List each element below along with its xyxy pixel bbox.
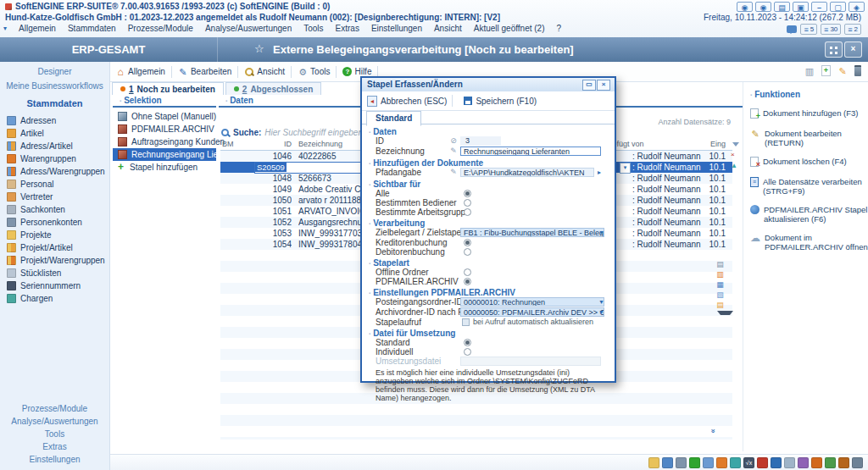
toolbar-button[interactable]: Allgemein xyxy=(115,67,165,77)
table-tool-icon[interactable] xyxy=(715,290,725,299)
expand-button[interactable] xyxy=(825,41,843,58)
sidebar-item[interactable]: Adress/Warengruppen xyxy=(0,165,109,178)
sidebar-item[interactable]: Chargen xyxy=(0,292,109,305)
sidebar-item[interactable]: Stücklisten xyxy=(0,267,109,279)
posteingang-dropdown[interactable]: 00000010: Rechnungen xyxy=(460,297,604,307)
zielstapel-dropdown[interactable]: FB1 : Fibu-Buchungsstapel BELE - Belegei… xyxy=(460,228,604,237)
toolbar-button[interactable]: Tools xyxy=(298,67,330,77)
sidebar-item[interactable]: Vertreter xyxy=(0,191,109,203)
table-tool-icon[interactable] xyxy=(715,260,725,268)
sidebar-item[interactable]: Artikel xyxy=(0,127,109,140)
tab-abgeschlossen[interactable]: 2 Abgeschlossen xyxy=(225,82,321,95)
status-icon[interactable] xyxy=(784,457,795,468)
sidebar-item-designer[interactable]: Designer xyxy=(0,67,109,76)
table-tool-icon[interactable] xyxy=(717,311,733,323)
sidebar-item[interactable]: Projekt/Warengruppen xyxy=(0,254,109,267)
sidebar-bottom-link[interactable]: Analyse/Auswertungen xyxy=(0,415,109,428)
funktion-item[interactable]: Dokument löschen (F4) xyxy=(750,153,868,168)
menu-item[interactable]: Tools xyxy=(303,24,323,33)
dialog-minimize-button[interactable]: ▭ xyxy=(582,80,596,91)
row-dropdown-icon[interactable]: ▾ xyxy=(620,163,631,174)
sidebar-item-workflows[interactable]: Meine Businessworkflows xyxy=(0,81,109,91)
table-tool-icon[interactable] xyxy=(715,270,725,279)
sidebar-item[interactable]: Personenkonten xyxy=(0,216,109,229)
cancel-button[interactable]: Abbrechen (ESC) xyxy=(367,96,447,107)
dialog-close-button[interactable]: × xyxy=(597,80,610,91)
tree-item[interactable]: Ohne Stapel (Manuell) xyxy=(113,110,216,123)
notification-badge[interactable]: 30 xyxy=(821,24,841,35)
menu-item[interactable]: Extras xyxy=(336,24,359,33)
browse-arrow-icon[interactable]: ▸ xyxy=(598,168,601,177)
inline-edit-input[interactable]: S20509 xyxy=(254,162,364,174)
menu-expand-icon[interactable]: ▾ xyxy=(3,25,7,32)
filter-icon[interactable] xyxy=(732,142,739,147)
toolbar-button[interactable]: Bearbeiten xyxy=(178,67,231,77)
scroll-down-icon[interactable]: « xyxy=(709,429,717,433)
toolbar-action-icon[interactable] xyxy=(837,66,848,76)
funktion-item[interactable]: Dokument im PDFMAILER.ARCHIV öffnen xyxy=(750,229,868,252)
status-icon[interactable] xyxy=(743,457,754,468)
radio-button[interactable] xyxy=(464,199,471,207)
funktion-item[interactable]: Alle Datensätze verarbeiten (STRG+F9) xyxy=(750,174,868,196)
table-tool-icon[interactable] xyxy=(715,301,725,309)
archivordner-dropdown[interactable]: 00000050: PDFMAILER.Archiv DEV >> Gebuch… xyxy=(460,307,604,317)
sidebar-bottom-link[interactable]: Prozesse/Module xyxy=(0,402,109,415)
sidebar-item[interactable]: Seriennummern xyxy=(0,279,109,292)
sidebar-section-stammdaten[interactable]: Stammdaten xyxy=(0,98,109,108)
window-control-button[interactable] xyxy=(774,2,790,12)
tree-item[interactable]: Stapel hinzufügen xyxy=(113,161,216,174)
sidebar-bottom-link[interactable]: Extras xyxy=(0,440,109,453)
toolbar-button[interactable]: Ansicht xyxy=(244,67,285,77)
window-control-button[interactable] xyxy=(830,2,846,12)
tree-item[interactable]: Auftragseingang Kunden xyxy=(113,135,216,148)
status-icon[interactable] xyxy=(838,457,849,468)
sidebar-item[interactable]: Adressen xyxy=(0,114,109,127)
toolbar-action-icon[interactable] xyxy=(854,65,861,76)
window-control-button[interactable] xyxy=(793,2,809,12)
funktion-item[interactable]: Dokument hinzufügen (F3) xyxy=(750,105,868,119)
sidebar-item[interactable]: Adress/Artikel xyxy=(0,140,109,152)
radio-button[interactable] xyxy=(464,190,471,197)
favorite-star-icon[interactable]: ☆ xyxy=(254,42,264,55)
chat-icon[interactable] xyxy=(787,25,797,33)
radio-button[interactable] xyxy=(464,239,471,246)
status-icon[interactable] xyxy=(662,457,673,468)
status-icon[interactable] xyxy=(703,457,714,468)
status-icon[interactable] xyxy=(798,457,809,468)
notification-badge[interactable]: 2 xyxy=(844,24,861,35)
menu-item[interactable]: Stammdaten xyxy=(68,24,116,33)
tab-noch-zu-bearbeiten[interactable]: 1 Noch zu bearbeiten xyxy=(112,82,224,95)
toolbar-button[interactable]: Hilfe xyxy=(342,67,371,76)
radio-button[interactable] xyxy=(464,348,471,356)
status-icon[interactable] xyxy=(852,457,863,468)
status-icon[interactable] xyxy=(757,457,768,468)
menu-item[interactable]: Einstellungen xyxy=(371,24,422,33)
notification-badge[interactable]: 5 xyxy=(800,24,817,35)
menu-item[interactable]: ? xyxy=(557,24,562,33)
sidebar-item[interactable]: Projekte xyxy=(0,229,109,241)
status-icon[interactable] xyxy=(689,457,700,468)
status-icon[interactable] xyxy=(676,457,687,468)
status-icon[interactable] xyxy=(730,457,741,468)
window-control-button[interactable] xyxy=(755,2,771,12)
sidebar-bottom-link[interactable]: Einstellungen xyxy=(0,453,109,466)
radio-button[interactable] xyxy=(464,248,471,256)
dialog-titlebar[interactable]: Stapel Erfassen/Ändern ▭ × xyxy=(362,78,615,91)
window-control-button[interactable] xyxy=(737,2,753,12)
menu-item[interactable]: Prozesse/Module xyxy=(128,24,193,33)
radio-button[interactable] xyxy=(464,339,471,346)
sidebar-item[interactable]: Warengruppen xyxy=(0,152,109,165)
menu-item[interactable]: Allgemein xyxy=(19,24,56,33)
radio-button[interactable] xyxy=(464,278,471,285)
sidebar-bottom-link[interactable]: Tools xyxy=(0,428,109,440)
menu-item[interactable]: Aktuell geöffnet (2) xyxy=(474,24,545,33)
toolbar-action-icon[interactable] xyxy=(821,65,831,76)
sidebar-item[interactable]: Sachkonten xyxy=(0,203,109,216)
menu-item[interactable]: Ansicht xyxy=(434,24,462,33)
status-icon[interactable] xyxy=(648,457,659,468)
status-icon[interactable] xyxy=(716,457,727,468)
status-icon[interactable] xyxy=(811,457,822,468)
save-button[interactable]: Speichern (F10) xyxy=(464,97,537,106)
table-tool-icon[interactable] xyxy=(715,280,725,289)
close-button[interactable]: × xyxy=(844,41,862,58)
